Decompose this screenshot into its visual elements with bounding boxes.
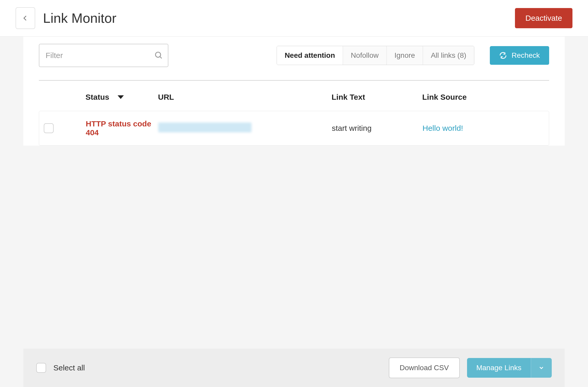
manage-links-label: Manage Links [467, 358, 531, 378]
row-status: HTTP status code 404 [65, 119, 158, 137]
row-link-source[interactable]: Hello world! [422, 124, 463, 132]
row-checkbox[interactable] [44, 123, 54, 133]
filter-input[interactable] [39, 44, 168, 67]
row-url[interactable] [158, 123, 332, 134]
page-title: Link Monitor [43, 10, 116, 26]
filter-tabs: Need attention Nofollow Ignore All links… [277, 46, 474, 65]
refresh-icon [499, 52, 507, 59]
col-status[interactable]: Status [65, 93, 158, 102]
row-link-text: start writing [332, 124, 422, 133]
back-button[interactable] [16, 7, 35, 29]
table-row: HTTP status code 404 start writing Hello… [39, 111, 549, 146]
svg-point-0 [155, 52, 161, 57]
download-csv-button[interactable]: Download CSV [389, 357, 460, 378]
search-icon [154, 51, 163, 60]
table-header: Status URL Link Text Link Source [39, 81, 549, 111]
bottom-bar: Select all Download CSV Manage Links [23, 349, 565, 387]
links-table: Status URL Link Text Link Source HTTP st… [23, 80, 565, 146]
deactivate-button[interactable]: Deactivate [515, 8, 572, 28]
tab-all-links[interactable]: All links (8) [423, 46, 474, 65]
select-all-checkbox[interactable] [36, 363, 46, 373]
manage-links-dropdown-toggle[interactable] [531, 358, 552, 378]
manage-links-button[interactable]: Manage Links [467, 358, 552, 378]
page-header: Link Monitor Deactivate [0, 0, 588, 37]
tab-ignore[interactable]: Ignore [386, 46, 423, 65]
recheck-button[interactable]: Recheck [490, 46, 549, 65]
chevron-down-icon [538, 365, 544, 371]
redacted-url [158, 123, 252, 132]
col-url[interactable]: URL [158, 93, 332, 102]
back-arrow-icon [21, 14, 30, 23]
col-link-text[interactable]: Link Text [332, 93, 422, 102]
tab-nofollow[interactable]: Nofollow [343, 46, 386, 65]
toolbar: Need attention Nofollow Ignore All links… [23, 39, 565, 72]
select-all-label: Select all [53, 363, 85, 372]
sort-desc-icon [118, 95, 124, 99]
recheck-label: Recheck [512, 51, 540, 60]
col-link-source[interactable]: Link Source [422, 93, 549, 102]
content-card: Need attention Nofollow Ignore All links… [23, 37, 565, 146]
tab-need-attention[interactable]: Need attention [277, 46, 343, 65]
